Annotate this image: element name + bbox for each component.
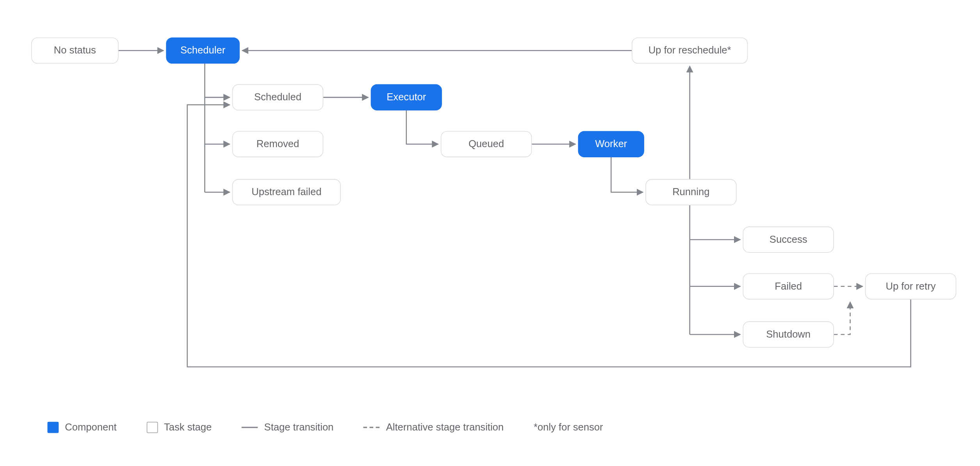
legend-component-swatch	[48, 422, 59, 433]
node-queued: Queued	[441, 131, 532, 157]
legend-stage-transition: Stage transition	[242, 422, 333, 433]
node-failed: Failed	[743, 273, 834, 299]
node-removed: Removed	[232, 131, 323, 157]
legend-note: *only for sensor	[534, 422, 603, 433]
node-no-status: No status	[31, 37, 119, 64]
node-scheduler: Scheduler	[166, 37, 240, 64]
legend-task-stage: Task stage	[146, 422, 212, 433]
node-success: Success	[743, 226, 834, 253]
node-executor: Executor	[371, 84, 442, 110]
legend-transition-label: Stage transition	[264, 422, 334, 433]
legend-solid-line	[242, 427, 258, 428]
legend-note-label: *only for sensor	[534, 422, 603, 433]
node-scheduled: Scheduled	[232, 84, 323, 110]
diagram-canvas: No status Scheduler Up for reschedule* S…	[0, 0, 980, 466]
node-up-for-retry: Up for retry	[865, 273, 956, 299]
legend-alt-label: Alternative stage transition	[386, 422, 504, 433]
edge-executor-queued	[406, 110, 438, 144]
edge-shutdown-retry	[834, 302, 850, 334]
legend-stage-swatch	[146, 422, 158, 433]
legend-dashed-line	[363, 427, 380, 428]
node-running: Running	[645, 179, 736, 205]
legend-component: Component	[48, 422, 117, 433]
node-upstream-failed: Upstream failed	[232, 179, 341, 205]
legend: Component Task stage Stage transition Al…	[48, 422, 603, 433]
edge-worker-running	[611, 157, 643, 192]
node-up-for-reschedule: Up for reschedule*	[632, 37, 748, 64]
node-worker: Worker	[578, 131, 644, 157]
legend-stage-label: Task stage	[164, 422, 212, 433]
legend-alt-transition: Alternative stage transition	[363, 422, 504, 433]
node-shutdown: Shutdown	[743, 321, 834, 347]
legend-component-label: Component	[65, 422, 116, 433]
